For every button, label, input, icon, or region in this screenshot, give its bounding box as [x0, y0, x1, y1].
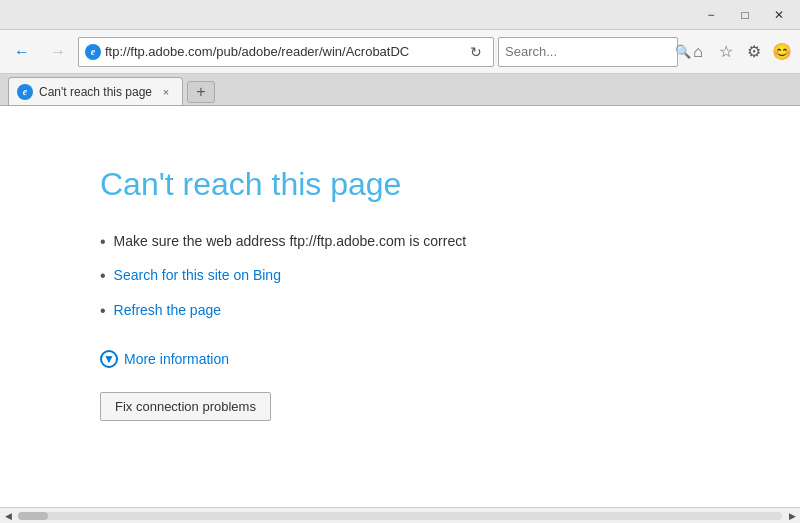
tab-favicon: e [17, 84, 33, 100]
toolbar-icons: ⌂ ☆ ⚙ 😊 [686, 40, 794, 64]
scroll-left-button[interactable]: ◀ [0, 508, 16, 524]
bing-search-link[interactable]: Search for this site on Bing [114, 265, 281, 286]
refresh-page-link[interactable]: Refresh the page [114, 300, 221, 321]
forward-button[interactable]: → [42, 36, 74, 68]
maximize-button[interactable]: □ [728, 4, 762, 26]
tab-label: Can't reach this page [39, 85, 152, 99]
content-area: Can't reach this page Make sure the web … [0, 106, 800, 507]
navigation-bar: ← → e ↻ 🔍 ⌂ ☆ ⚙ 😊 [0, 30, 800, 74]
list-item: Make sure the web address ftp://ftp.adob… [100, 231, 720, 253]
scroll-track[interactable] [18, 512, 782, 520]
tab-bar: e Can't reach this page × + [0, 74, 800, 106]
settings-icon[interactable]: ⚙ [742, 40, 766, 64]
emoji-icon[interactable]: 😊 [770, 40, 794, 64]
search-input[interactable] [505, 44, 673, 59]
home-icon[interactable]: ⌂ [686, 40, 710, 64]
address-bar[interactable]: e ↻ [78, 37, 494, 67]
site-favicon: e [85, 44, 101, 60]
favorites-icon[interactable]: ☆ [714, 40, 738, 64]
error-list: Make sure the web address ftp://ftp.adob… [100, 231, 720, 322]
title-bar: − □ ✕ [0, 0, 800, 30]
list-item: Refresh the page [100, 300, 720, 322]
active-tab[interactable]: e Can't reach this page × [8, 77, 183, 105]
scroll-thumb[interactable] [18, 512, 48, 520]
more-info-icon: ▼ [100, 350, 118, 368]
error-title: Can't reach this page [100, 166, 720, 203]
close-button[interactable]: ✕ [762, 4, 796, 26]
address-input[interactable] [105, 44, 461, 59]
back-button[interactable]: ← [6, 36, 38, 68]
more-information-toggle[interactable]: ▼ More information [100, 350, 720, 368]
horizontal-scrollbar[interactable]: ◀ ▶ [0, 507, 800, 523]
new-tab-button[interactable]: + [187, 81, 215, 103]
window-controls: − □ ✕ [694, 4, 796, 26]
refresh-button[interactable]: ↻ [465, 41, 487, 63]
more-info-label: More information [124, 351, 229, 367]
fix-connection-button[interactable]: Fix connection problems [100, 392, 271, 421]
minimize-button[interactable]: − [694, 4, 728, 26]
error-item-text: Make sure the web address ftp://ftp.adob… [114, 231, 467, 252]
scroll-right-button[interactable]: ▶ [784, 508, 800, 524]
list-item: Search for this site on Bing [100, 265, 720, 287]
search-bar[interactable]: 🔍 [498, 37, 678, 67]
tab-close-button[interactable]: × [158, 84, 174, 100]
